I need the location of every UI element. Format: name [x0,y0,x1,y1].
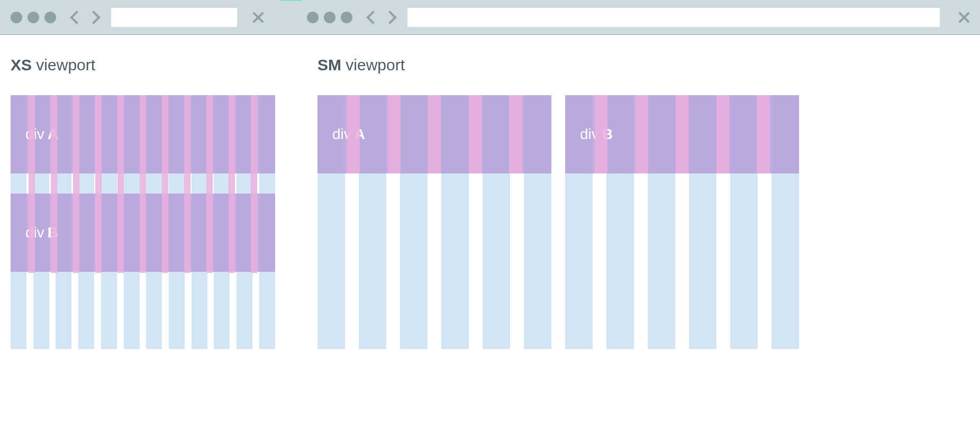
grid-sm-wrap: div A [317,95,969,349]
block-a: div A [11,95,275,173]
heading-sm-rest: viewport [341,56,405,74]
block-b: div B [565,95,799,173]
dot-icon [341,12,352,23]
heading-xs-bold: XS [11,56,32,74]
dot-icon [307,12,319,23]
chevron-left-icon[interactable] [366,11,379,24]
block-b-bold: B [48,224,58,241]
browser-chrome-left [0,8,265,27]
traffic-lights-right [307,12,352,23]
block-b-text: div [580,126,599,143]
grid-sm-left: div A [317,95,551,349]
block-a-bold: A [355,126,365,143]
close-icon[interactable] [957,11,970,24]
panel-sm: SM viewport div A [317,56,969,349]
content: XS viewport div A [0,35,980,349]
chevron-right-icon[interactable] [87,11,100,24]
block-a-text: div [25,126,44,143]
dot-icon [28,12,39,23]
dot-icon [11,12,22,23]
close-icon[interactable] [251,11,265,24]
block-b-bold: B [602,126,613,143]
heading-xs: XS viewport [11,56,275,74]
url-input-left[interactable] [111,8,237,27]
panel-xs: XS viewport div A [11,56,275,349]
chevron-right-icon[interactable] [383,11,396,24]
browser-chrome-right [296,8,980,27]
block-b: div B [11,194,275,272]
block-a-bold: A [48,126,58,143]
dot-icon [324,12,335,23]
toolbar [0,0,980,35]
grid-sm-right: div B [565,95,799,349]
grid-xs-overlay: div A div B [11,95,275,272]
url-input-right[interactable] [407,8,940,27]
block-a-text: div [332,126,351,143]
heading-sm-bold: SM [317,56,341,74]
heading-sm: SM viewport [317,56,969,74]
dot-icon [44,12,56,23]
chevron-left-icon[interactable] [70,11,83,24]
grid-xs: div A div B [11,95,275,349]
grid-sm-left-overlay: div A [317,95,551,173]
block-a: div A [317,95,551,173]
heading-xs-rest: viewport [32,56,95,74]
block-b-text: div [25,224,44,241]
traffic-lights-left [11,12,56,23]
grid-sm-right-overlay: div B [565,95,799,173]
